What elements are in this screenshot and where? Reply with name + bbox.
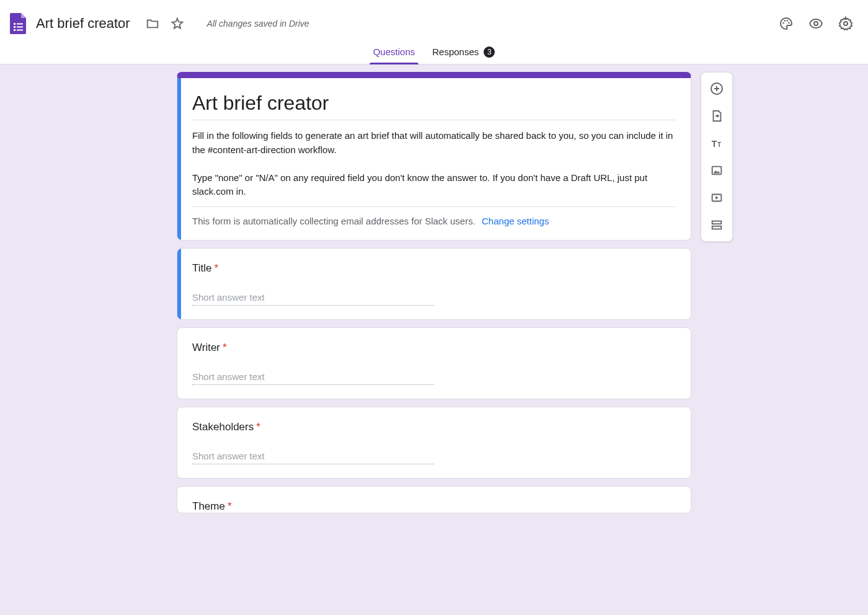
question-label: Theme * <box>192 500 676 513</box>
import-questions-button[interactable] <box>706 105 728 127</box>
question-card[interactable]: Writer * <box>177 327 691 399</box>
eye-icon <box>808 16 823 31</box>
plus-circle-icon <box>709 81 724 96</box>
short-answer-input <box>192 369 434 385</box>
svg-point-9 <box>788 22 790 24</box>
text-icon: T T <box>710 136 724 150</box>
short-answer-input <box>192 290 434 306</box>
settings-button[interactable] <box>833 11 858 36</box>
star-button[interactable] <box>165 11 190 36</box>
question-label-text[interactable]: Theme <box>192 500 225 513</box>
add-image-button[interactable] <box>706 159 728 182</box>
form-description[interactable]: Fill in the following fields to generate… <box>192 129 676 207</box>
customize-theme-button[interactable] <box>774 11 799 36</box>
tab-label: Questions <box>373 46 415 57</box>
question-label-text[interactable]: Stakeholders <box>192 421 254 433</box>
svg-rect-19 <box>712 221 722 224</box>
question-card[interactable]: Theme * <box>177 486 691 513</box>
image-icon <box>710 164 724 177</box>
add-question-button[interactable] <box>706 77 728 100</box>
svg-point-10 <box>814 22 818 25</box>
question-label-text[interactable]: Writer <box>192 342 220 354</box>
short-answer-input <box>192 448 434 464</box>
required-indicator: * <box>256 421 260 433</box>
add-video-button[interactable] <box>706 187 728 209</box>
question-card[interactable]: Stakeholders * <box>177 407 691 479</box>
question-label-text[interactable]: Title <box>192 262 212 275</box>
app-header: Art brief creator All changes saved in D… <box>0 0 868 40</box>
question-label: Stakeholders * <box>192 421 676 433</box>
question-label: Writer * <box>192 342 676 354</box>
question-card[interactable]: Title * <box>177 248 691 320</box>
svg-rect-1 <box>17 24 23 25</box>
forms-app-icon[interactable] <box>10 13 36 34</box>
section-icon <box>710 218 724 232</box>
form-canvas: Art brief creator Fill in the following … <box>0 64 868 615</box>
tabbar: Questions Responses 3 <box>0 40 868 64</box>
question-label: Title * <box>192 262 676 275</box>
svg-rect-3 <box>17 27 23 28</box>
preview-button[interactable] <box>804 11 828 36</box>
email-collection-notice: This form is automatically collecting em… <box>192 216 676 226</box>
form-title[interactable]: Art brief creator <box>192 92 676 120</box>
move-to-folder-button[interactable] <box>140 11 165 36</box>
star-icon <box>170 17 184 30</box>
svg-rect-4 <box>14 29 16 31</box>
side-toolbar: T T <box>701 72 733 242</box>
required-indicator: * <box>223 342 227 354</box>
required-indicator: * <box>215 262 219 275</box>
svg-point-7 <box>784 20 786 22</box>
required-indicator: * <box>228 500 232 513</box>
folder-icon <box>146 17 159 30</box>
email-notice-text: This form is automatically collecting em… <box>192 216 476 226</box>
tab-responses[interactable]: Responses 3 <box>423 40 503 64</box>
svg-text:T: T <box>712 139 717 149</box>
tab-label: Responses <box>432 46 479 57</box>
svg-rect-5 <box>17 30 23 31</box>
header-actions <box>774 11 858 36</box>
form-header-card[interactable]: Art brief creator Fill in the following … <box>177 72 691 241</box>
svg-point-6 <box>782 22 784 24</box>
document-title[interactable]: Art brief creator <box>36 15 130 32</box>
svg-rect-2 <box>14 26 16 28</box>
add-title-button[interactable]: T T <box>706 132 728 154</box>
svg-point-8 <box>787 20 789 22</box>
save-status: All changes saved in Drive <box>207 19 309 29</box>
responses-count-badge: 3 <box>484 46 495 58</box>
svg-point-11 <box>844 22 848 25</box>
svg-text:T: T <box>717 141 722 148</box>
tab-questions[interactable]: Questions <box>365 40 424 64</box>
add-section-button[interactable] <box>706 214 728 236</box>
svg-rect-20 <box>712 226 722 229</box>
gear-icon <box>838 16 853 31</box>
import-icon <box>710 109 724 123</box>
video-icon <box>710 191 724 205</box>
change-settings-link[interactable]: Change settings <box>482 216 549 226</box>
svg-rect-0 <box>14 23 16 25</box>
palette-icon <box>779 16 794 31</box>
